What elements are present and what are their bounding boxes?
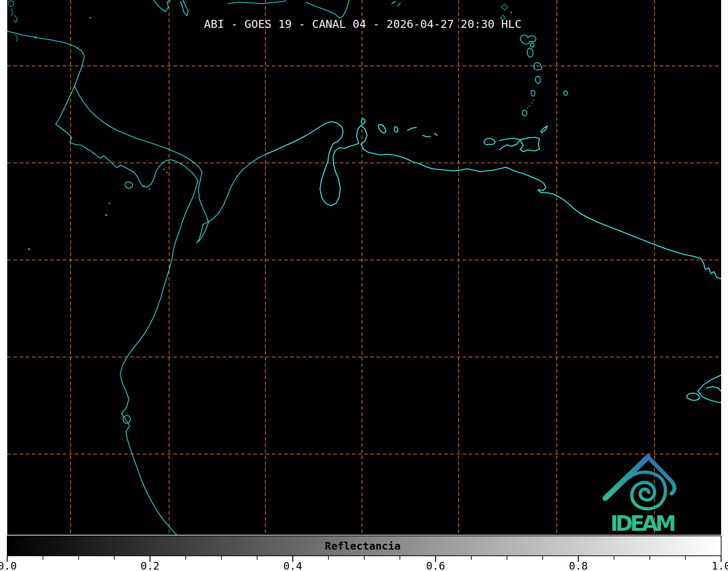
colorbar-tick-label: 0.2 — [140, 560, 159, 571]
colorbar-tick-label: 0.4 — [283, 560, 302, 571]
small-island-dot — [533, 100, 534, 101]
small-island-dot — [529, 105, 530, 106]
image-title: ABI - GOES 19 - CANAL 04 - 2026-04-27 20… — [204, 17, 521, 30]
colorbar-tick-label: 0.0 — [0, 560, 17, 571]
small-island-dot — [166, 172, 168, 173]
colorbar-tick-label: 1.0 — [712, 560, 728, 571]
small-island-dot — [527, 108, 529, 109]
small-island-dot — [143, 185, 145, 186]
small-island-dot — [163, 169, 165, 170]
colorbar-tick-label: 0.6 — [426, 560, 445, 571]
map-background — [7, 0, 721, 535]
small-island-dot — [109, 203, 110, 204]
small-island-dot — [90, 17, 91, 18]
small-island-dot — [28, 248, 30, 250]
small-island-dot — [105, 214, 107, 216]
ideam-logo-text: IDEAM — [610, 511, 677, 536]
small-island-dot — [510, 12, 512, 13]
colorbar-ticks — [7, 556, 721, 562]
colorbar: 0.00.20.40.60.81.0 Reflectancia — [0, 536, 728, 571]
small-island-dot — [531, 102, 533, 104]
colorbar-label: Reflectancia — [325, 540, 401, 552]
colorbar-tick-label: 0.8 — [569, 560, 588, 571]
small-island-dot — [149, 188, 150, 190]
small-island-dot — [35, 37, 37, 38]
satellite-map-canvas: IDEAM ABI - GOES 19 - CANAL 04 - 2026-04… — [0, 0, 728, 571]
satellite-image-figure: IDEAM ABI - GOES 19 - CANAL 04 - 2026-04… — [0, 0, 728, 571]
colorbar-tick-labels: 0.00.20.40.60.81.0 — [0, 560, 728, 571]
